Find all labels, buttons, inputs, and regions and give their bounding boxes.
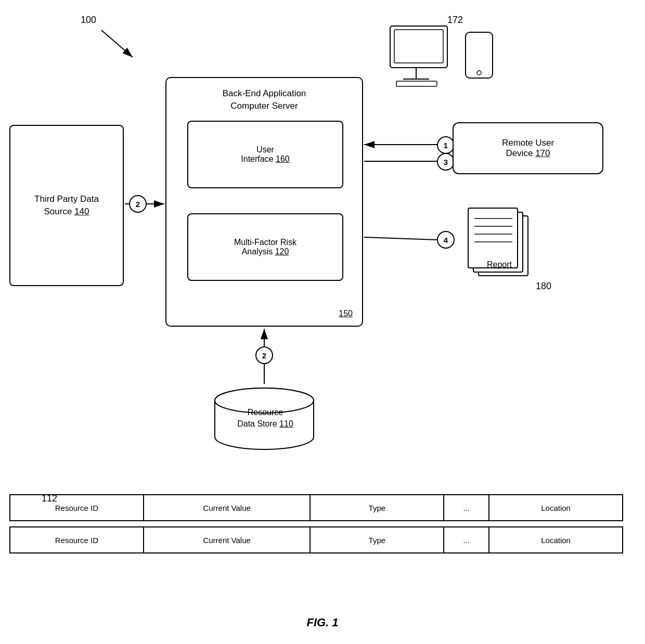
cell-ellipsis-2: ...: [444, 527, 489, 552]
circle-3: 3: [437, 153, 455, 171]
cell-ellipsis-1: ...: [444, 495, 489, 520]
cell-location-2: Location: [489, 527, 622, 552]
circle-2-horizontal: 2: [129, 195, 147, 213]
cell-resource-id-2: Resource ID: [10, 527, 144, 552]
remote-label: Remote UserDevice 170: [502, 138, 554, 159]
user-interface-box: UserInterface 160: [187, 121, 343, 188]
ref-180-label: 180: [536, 281, 551, 292]
svg-rect-8: [390, 26, 447, 68]
mfra-label: Multi-Factor RiskAnalysis 120: [234, 238, 296, 256]
ref-100-label: 100: [81, 15, 96, 25]
backend-title: Back-End ApplicationComputer Server: [166, 87, 362, 112]
cell-location-1: Location: [489, 495, 622, 520]
cell-current-value-2: Current Value: [144, 527, 311, 552]
figure-label: FIG. 1: [306, 616, 338, 629]
table-row: Resource ID Current Value Type ... Locat…: [9, 526, 623, 553]
mfra-box: Multi-Factor RiskAnalysis 120: [187, 213, 343, 281]
circle-1: 1: [437, 136, 455, 154]
svg-rect-11: [394, 30, 443, 63]
cell-type-1: Type: [311, 495, 444, 520]
cell-type-2: Type: [311, 527, 444, 552]
cell-current-value-1: Current Value: [144, 495, 311, 520]
backend-ref: 150: [339, 309, 353, 318]
third-party-data-source-box: Third Party DataSource 140: [9, 125, 124, 286]
svg-rect-12: [396, 81, 437, 86]
table-row: Resource ID Current Value Type ... Locat…: [9, 494, 623, 521]
svg-rect-17: [468, 208, 518, 268]
cell-resource-id-1: Resource ID: [10, 495, 144, 520]
circle-4: 4: [437, 231, 455, 249]
svg-rect-13: [466, 32, 493, 78]
svg-point-14: [477, 71, 481, 75]
backend-server-box: Back-End ApplicationComputer Server User…: [165, 77, 363, 327]
ui-label: UserInterface 160: [241, 145, 289, 164]
ref-172-label: 172: [447, 15, 463, 25]
circle-2-vertical: 2: [255, 346, 273, 364]
report-label: Report: [466, 260, 533, 269]
svg-line-2: [101, 30, 133, 57]
table-area: Resource ID Current Value Type ... Locat…: [9, 494, 623, 559]
remote-user-device-box: Remote UserDevice 170: [453, 122, 603, 174]
diagram-container: 100 Third Party DataSource 140 Back-End …: [0, 0, 645, 644]
resource-datastore-label: ResourceData Store 110: [218, 407, 312, 430]
third-party-label: Third Party DataSource 140: [34, 193, 99, 218]
